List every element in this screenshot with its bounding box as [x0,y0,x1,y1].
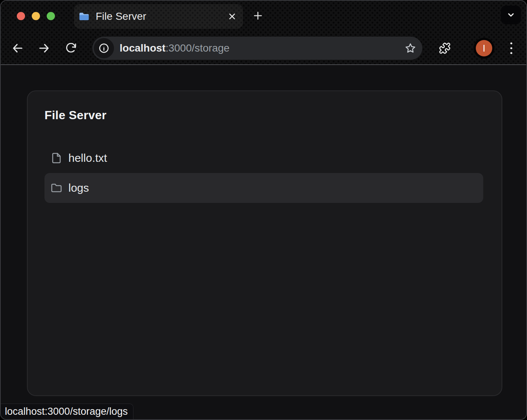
url-host: localhost [120,42,166,54]
back-arrow-icon [11,42,24,55]
folder-icon [51,182,62,194]
browser-chrome: File Server [1,1,526,65]
back-button[interactable] [11,42,24,55]
page-title: File Server [44,108,107,122]
zoom-window-button[interactable] [47,12,55,20]
url-path: :3000/storage [166,42,229,54]
new-tab-button[interactable] [252,10,264,22]
close-window-button[interactable] [17,12,25,20]
browser-menu-button[interactable] [508,41,514,55]
list-item-file[interactable]: hello.txt [44,143,483,173]
star-icon [404,42,416,54]
chevron-down-icon [506,10,515,19]
address-bar[interactable]: localhost:3000/storage [92,37,422,60]
kebab-menu-icon [508,41,514,55]
puzzle-icon [439,42,451,54]
window-controls [17,12,55,20]
reload-button[interactable] [65,42,78,55]
extensions-button[interactable] [439,42,451,54]
file-name: hello.txt [68,152,107,164]
reload-icon [65,42,77,54]
url-text[interactable]: localhost:3000/storage [120,42,229,54]
blue-folder-favicon-icon [78,11,90,22]
file-icon [51,152,62,164]
avatar-letter: I [483,43,486,54]
list-item-folder[interactable]: logs [44,173,483,203]
bookmark-button[interactable] [404,42,416,54]
profile-button[interactable]: I [474,38,494,59]
page-content: File Server hello.txt [1,65,526,419]
tab-search-button[interactable] [501,6,521,24]
tab-title: File Server [96,10,146,22]
minimize-window-button[interactable] [32,12,40,20]
info-icon [98,43,110,54]
active-tab[interactable]: File Server [74,4,243,29]
browser-window: File Server [0,0,527,420]
tab-close-icon[interactable] [228,12,236,21]
status-bubble: localhost:3000/storage/logs [1,404,133,419]
folder-name: logs [68,182,89,194]
file-list: hello.txt logs [44,143,483,203]
site-info-button[interactable] [94,38,114,58]
forward-button[interactable] [38,42,50,55]
forward-arrow-icon [38,42,50,55]
status-url-text: localhost:3000/storage/logs [5,406,128,417]
file-server-card: File Server hello.txt [27,90,502,396]
avatar: I [476,40,492,56]
